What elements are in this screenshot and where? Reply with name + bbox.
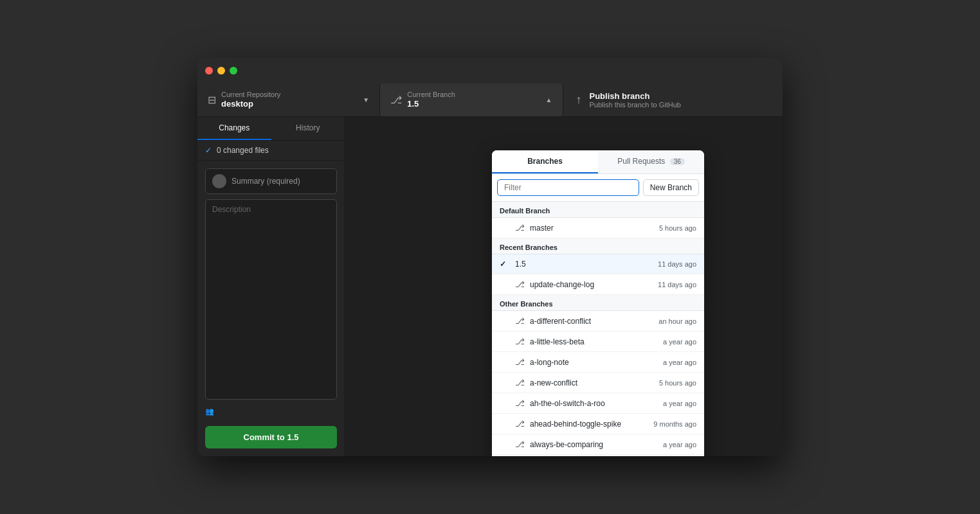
dropdown-tab-prs[interactable]: Pull Requests 36 (598, 150, 704, 173)
check-icon: ✓ (205, 146, 212, 155)
branch-item-1.5[interactable]: ✓ 1.5 11 days ago (492, 254, 704, 274)
branch-icon-abc: ⎇ (515, 439, 525, 449)
branch-item-a-little-less-beta[interactable]: ⎇ a-little-less-beta a year ago (492, 332, 704, 352)
branch-item-a-new-conflict[interactable]: ⎇ a-new-conflict 5 hours ago (492, 373, 704, 393)
branch-check-1.5: ✓ (500, 260, 510, 269)
repo-icon: ⊟ (208, 94, 216, 106)
new-branch-button[interactable]: New Branch (643, 179, 699, 196)
branch-name-adc: a-different-conflict (530, 317, 653, 326)
branch-time-adc: an hour ago (658, 317, 696, 325)
branch-name-aln: a-long-note (530, 358, 658, 367)
branch-icon-aln: ⎇ (515, 357, 525, 367)
toolbar: ⊟ Current Repository desktop ▼ ⎇ Current… (197, 84, 783, 117)
branch-time-aln: a year ago (663, 359, 696, 366)
default-branch-header: Default Branch (492, 202, 704, 218)
branch-icon: ⎇ (390, 94, 402, 106)
branch-time-master: 5 hours ago (659, 224, 696, 232)
branch-name-abc: always-be-comparing (530, 440, 658, 449)
branch-time-ato: a year ago (663, 400, 696, 407)
avatar (212, 174, 226, 188)
branch-name-ab: ahead-behind-toggle-spike (530, 420, 648, 429)
filter-input[interactable] (497, 179, 639, 196)
close-button[interactable] (205, 67, 213, 75)
recent-branches-header: Recent Branches (492, 238, 704, 254)
branch-name-anc: a-new-conflict (530, 378, 654, 387)
repo-info: Current Repository desktop (221, 90, 358, 110)
branch-time-ab: 9 months ago (653, 420, 696, 428)
current-branch-button[interactable]: ⎇ Current Branch 1.5 ▲ (380, 84, 563, 116)
branch-name-ato: ah-the-ol-switch-a-roo (530, 399, 658, 408)
branch-name-allb: a-little-less-beta (530, 337, 658, 346)
coauthors-icon: 👥 (205, 407, 214, 416)
branch-item-ahead-behind[interactable]: ⎇ ahead-behind-toggle-spike 9 months ago (492, 414, 704, 434)
branch-item-always-be[interactable]: ⎇ always-be-comparing a year ago (492, 434, 704, 455)
summary-placeholder: Summary (required) (231, 177, 300, 186)
traffic-lights (205, 67, 237, 75)
branch-icon-ato: ⎇ (515, 398, 525, 408)
left-panel: Changes History ✓ 0 changed files Summar… (197, 117, 345, 456)
branch-item-b-b-b[interactable]: ⎇ b-b-b-banner 5 months ago (492, 455, 704, 456)
branch-icon-ab: ⎇ (515, 419, 525, 429)
content-area: Changes History ✓ 0 changed files Summar… (197, 117, 783, 456)
branch-time-abc: a year ago (663, 441, 696, 448)
branch-name: 1.5 (407, 99, 540, 110)
publish-branch-button[interactable]: ↑ Publish branch Publish this branch to … (563, 84, 783, 116)
dropdown-tab-branches[interactable]: Branches (492, 150, 598, 173)
publish-info: Publish branch Publish this branch to Gi… (590, 91, 681, 109)
branch-info: Current Branch 1.5 (407, 90, 540, 110)
publish-icon: ↑ (576, 93, 582, 107)
branch-item-ah-the-ol[interactable]: ⎇ ah-the-ol-switch-a-roo a year ago (492, 393, 704, 414)
commit-form: Summary (required) Description 👥 Commit … (197, 161, 345, 456)
repo-chevron-icon: ▼ (363, 96, 369, 103)
branch-item-master[interactable]: ⎇ master 5 hours ago (492, 218, 704, 238)
minimize-button[interactable] (217, 67, 225, 75)
panel-tabs: Changes History (197, 117, 345, 141)
branch-icon-ucl: ⎇ (515, 279, 525, 289)
title-bar (197, 58, 783, 84)
main-area: Branches Pull Requests 36 New Branch Def… (345, 117, 783, 456)
branch-time-1.5: 11 days ago (658, 260, 696, 268)
branch-icon-master: ⎇ (515, 223, 525, 233)
summary-input[interactable]: Summary (required) (205, 168, 337, 194)
changed-files-row: ✓ 0 changed files (197, 141, 345, 161)
branch-item-a-different-conflict[interactable]: ⎇ a-different-conflict an hour ago (492, 311, 704, 332)
dropdown-tabs: Branches Pull Requests 36 (492, 150, 704, 174)
repo-label: Current Repository (221, 90, 358, 99)
branch-list: Default Branch ⎇ master 5 hours ago Rece… (492, 202, 704, 456)
branch-item-update-change-log[interactable]: ⎇ update-change-log 11 days ago (492, 274, 704, 295)
tab-changes[interactable]: Changes (197, 117, 271, 140)
repo-name: desktop (221, 99, 358, 110)
branch-chevron-up-icon: ▲ (546, 96, 552, 103)
branch-icon-anc: ⎇ (515, 378, 525, 387)
branch-name-ucl: update-change-log (530, 280, 653, 289)
branch-label: Current Branch (407, 90, 540, 99)
branch-name-master: master (530, 224, 654, 233)
coauthors-row: 👥 (205, 405, 337, 418)
description-input[interactable]: Description (205, 199, 337, 400)
publish-sub: Publish this branch to GitHub (590, 101, 681, 109)
branch-name-1.5: 1.5 (515, 260, 653, 269)
current-repository-button[interactable]: ⊟ Current Repository desktop ▼ (197, 84, 380, 116)
other-branches-header: Other Branches (492, 295, 704, 311)
branch-time-anc: 5 hours ago (659, 379, 696, 387)
branch-time-ucl: 11 days ago (658, 281, 696, 288)
branch-icon-adc: ⎇ (515, 316, 525, 326)
changed-files-text: 0 changed files (217, 146, 269, 155)
publish-title: Publish branch (590, 91, 681, 101)
branch-dropdown: Branches Pull Requests 36 New Branch Def… (492, 150, 704, 456)
branch-icon-allb: ⎇ (515, 337, 525, 346)
tab-history[interactable]: History (271, 117, 345, 140)
pr-count-badge: 36 (670, 158, 685, 165)
branch-time-allb: a year ago (663, 338, 696, 346)
branch-item-a-long-note[interactable]: ⎇ a-long-note a year ago (492, 352, 704, 373)
commit-button[interactable]: Commit to 1.5 (205, 426, 337, 448)
filter-row: New Branch (492, 174, 704, 202)
maximize-button[interactable] (230, 67, 237, 75)
description-placeholder: Description (212, 205, 251, 214)
app-window: ⊟ Current Repository desktop ▼ ⎇ Current… (197, 58, 783, 456)
